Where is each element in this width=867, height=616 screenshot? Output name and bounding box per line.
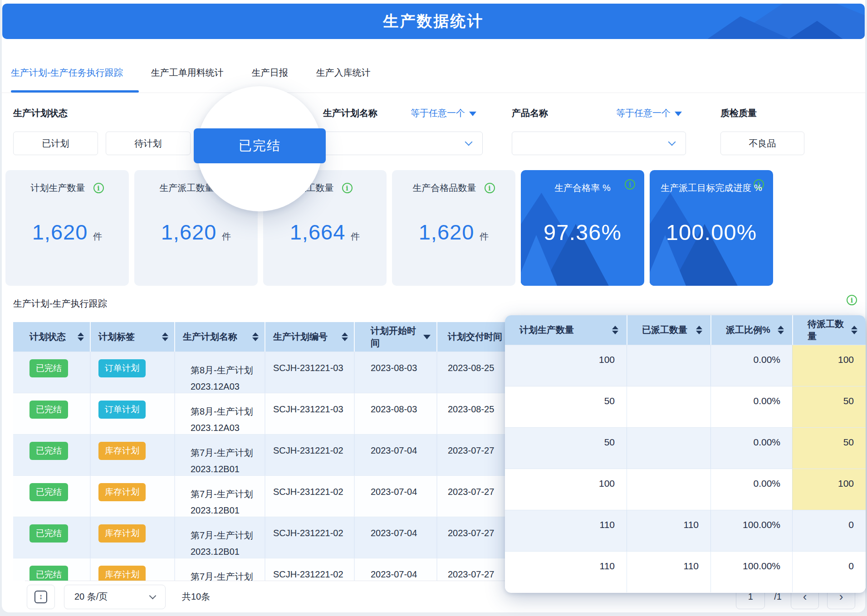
active-tab-underline <box>11 90 139 93</box>
plan-code-cell: SCJH-231221-02 <box>265 517 354 558</box>
sort-icon[interactable] <box>252 332 259 341</box>
stat-card-dispatch-progress: i 生产派工目标完成进度 % 100.00% <box>650 170 773 286</box>
tag-badge: 库存计划 <box>98 524 146 543</box>
filter-option-defective[interactable]: 不良品 <box>720 132 804 155</box>
start-date-cell: 2023-08-03 <box>354 393 436 434</box>
stat-card-title: 生产派工数量 <box>160 182 214 194</box>
page-size-value: 20 条/页 <box>74 591 108 603</box>
stat-card-unit: 件 <box>480 230 489 243</box>
filter-option-planned[interactable]: 已计划 <box>13 132 98 155</box>
stat-card-value: 1,620 <box>161 220 217 244</box>
dispatch-columns-panel: 计划生产数量 已派工数量 派工比例% 待派工数量 100 0.00% 100 5… <box>505 315 866 593</box>
info-icon[interactable]: i <box>93 183 104 193</box>
plan-code-cell: SCJH-231221-02 <box>265 558 354 581</box>
column-header-plan-status[interactable]: 计划状态 <box>13 322 90 352</box>
status-badge: 已完结 <box>29 401 68 419</box>
sort-icon[interactable] <box>851 326 857 334</box>
column-header-plan-name[interactable]: 生产计划名称 <box>174 322 265 352</box>
sort-icon[interactable] <box>78 332 84 341</box>
plan-name-select[interactable] <box>323 132 483 155</box>
column-header-dispatch-ratio[interactable]: 派工比例% <box>710 315 792 345</box>
panel-row[interactable]: 100 0.00% 100 <box>505 345 866 386</box>
plan-name-cell: 第7月-生产计划 2023.12B01 <box>174 476 265 517</box>
sort-icon[interactable] <box>342 332 348 341</box>
tab-warehouse-stats[interactable]: 生产入库统计 <box>316 67 371 79</box>
status-badge: 已完结 <box>29 566 68 581</box>
app-header: 生产数据统计 <box>2 4 865 39</box>
tab-divider <box>0 93 867 93</box>
tag-badge: 库存计划 <box>98 483 146 501</box>
planned-qty-cell: 100 <box>505 469 627 510</box>
tab-workorder-material-stats[interactable]: 生产工单用料统计 <box>151 67 224 79</box>
start-date-cell: 2023-07-04 <box>354 476 436 517</box>
plan-name-operator-text: 等于任意一个 <box>411 107 465 119</box>
info-icon[interactable]: i <box>847 295 857 305</box>
column-header-plan-tag[interactable]: 计划标签 <box>90 322 174 352</box>
caret-down-icon <box>469 112 476 116</box>
qc-quality-label: 质检质量 <box>720 107 757 119</box>
page-size-select[interactable]: 20 条/页 <box>64 585 166 609</box>
planned-qty-cell: 110 <box>505 510 627 551</box>
stat-card-unit: 件 <box>93 230 102 243</box>
product-name-label: 产品名称 <box>512 107 548 119</box>
plan-code-cell: SCJH-231221-02 <box>265 476 354 517</box>
status-badge: 已完结 <box>29 524 68 543</box>
tag-badge: 库存计划 <box>98 566 146 581</box>
dispatched-qty-cell <box>627 386 710 427</box>
plan-code-cell: SCJH-231221-02 <box>265 435 354 475</box>
column-header-pending-qty[interactable]: 待派工数量 <box>792 315 866 345</box>
column-header-plan-code[interactable]: 生产计划编号 <box>265 322 354 352</box>
pending-qty-cell: 100 <box>792 345 866 386</box>
column-header-planned-qty[interactable]: 计划生产数量 <box>505 315 627 345</box>
stat-cards: 计划生产数量 i 1,620 件 生产派工数量 i 1,620 件 报工数量 i… <box>5 170 773 286</box>
stat-card-qualified-qty: 生产合格品数量 i 1,620 件 <box>392 170 515 286</box>
filter-option-to-plan[interactable]: 待计划 <box>106 132 191 155</box>
panel-row[interactable]: 100 0.00% 100 <box>505 469 866 510</box>
stat-card-unit: 件 <box>222 230 231 243</box>
stat-card-value: 1,620 <box>419 220 475 244</box>
panel-row[interactable]: 50 0.00% 50 <box>505 427 866 469</box>
row-height-button[interactable]: ↕ <box>27 585 55 609</box>
total-count-label: 共10条 <box>182 591 210 603</box>
dispatch-ratio-cell: 0.00% <box>710 386 792 427</box>
header-decoration <box>629 4 865 39</box>
panel-row[interactable]: 50 0.00% 50 <box>505 386 866 427</box>
sort-icon[interactable] <box>162 332 168 341</box>
tab-daily-report[interactable]: 生产日报 <box>252 67 288 79</box>
stat-card-pass-rate: i 生产合格率 % 97.36% <box>521 170 644 286</box>
planned-qty-cell: 50 <box>505 428 627 469</box>
pending-qty-cell: 50 <box>792 428 866 469</box>
column-header-start-date[interactable]: 计划开始时间 <box>354 322 436 352</box>
panel-row[interactable]: 110 110 100.00% 0 <box>505 551 866 592</box>
tab-production-plan-tracking[interactable]: 生产计划-生产任务执行跟踪 <box>11 67 123 79</box>
info-icon[interactable]: i <box>342 183 353 193</box>
panel-row[interactable]: 110 110 100.00% 0 <box>505 510 866 551</box>
info-icon[interactable]: i <box>485 183 495 193</box>
dispatched-qty-cell <box>627 345 710 386</box>
product-name-operator[interactable]: 等于任意一个 <box>616 107 682 119</box>
status-badge: 已完结 <box>29 483 68 501</box>
stat-card-planned-qty: 计划生产数量 i 1,620 件 <box>5 170 129 286</box>
chevron-down-icon <box>465 138 473 146</box>
plan-name-label: 生产计划名称 <box>323 107 377 119</box>
filter-option-completed[interactable]: 已完结 <box>194 128 326 163</box>
column-header-dispatched-qty[interactable]: 已派工数量 <box>627 315 710 345</box>
dispatched-qty-cell <box>627 428 710 469</box>
plan-name-operator[interactable]: 等于任意一个 <box>411 107 476 119</box>
sort-desc-icon[interactable] <box>423 335 431 339</box>
sort-icon[interactable] <box>612 326 618 334</box>
product-name-select[interactable] <box>512 132 686 155</box>
dispatched-qty-cell <box>627 469 710 510</box>
tag-badge: 库存计划 <box>98 442 146 460</box>
sort-icon[interactable] <box>696 326 702 334</box>
pending-qty-cell: 0 <box>792 552 866 592</box>
tab-bar: 生产计划-生产任务执行跟踪 生产工单用料统计 生产日报 生产入库统计 <box>11 54 371 92</box>
plan-status-label: 生产计划状态 <box>13 107 68 119</box>
planned-qty-cell: 50 <box>505 386 627 427</box>
dispatched-qty-cell: 110 <box>627 552 710 592</box>
stat-card-title: 生产合格品数量 <box>413 182 476 194</box>
sort-icon[interactable] <box>778 326 784 334</box>
stat-card-title: 生产派工目标完成进度 % <box>661 182 762 194</box>
plan-name-cell: 第7月-生产计划 2023.12B01 <box>174 435 265 475</box>
pending-qty-cell: 0 <box>792 510 866 551</box>
